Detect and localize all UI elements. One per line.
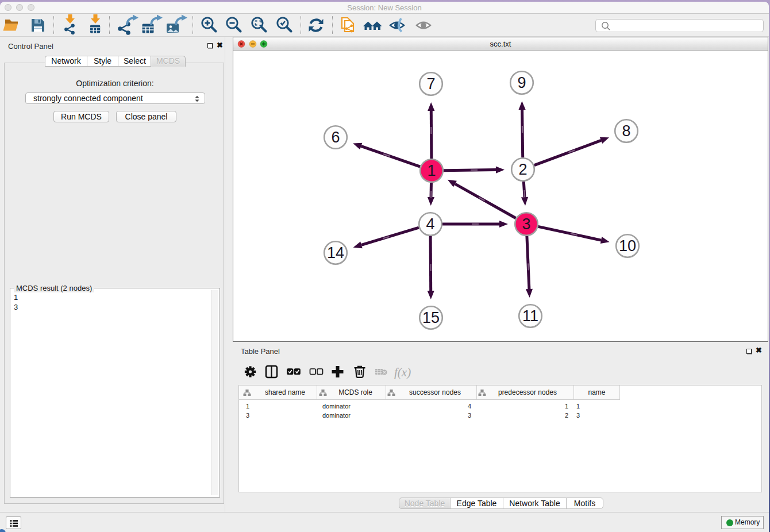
svg-text:14: 14 (327, 244, 344, 261)
svg-text:6: 6 (331, 129, 340, 146)
svg-text:15: 15 (422, 309, 440, 326)
svg-text:10: 10 (619, 237, 636, 255)
svg-text:2: 2 (518, 161, 527, 178)
svg-text:9: 9 (517, 74, 526, 91)
svg-text:f(x): f(x) (394, 365, 411, 379)
svg-text:8: 8 (622, 122, 630, 140)
svg-text:1: 1 (427, 162, 436, 179)
svg-text:11: 11 (522, 307, 538, 325)
svg-text:3: 3 (522, 215, 530, 233)
svg-text:4: 4 (426, 215, 434, 233)
svg-text:7: 7 (426, 75, 435, 92)
